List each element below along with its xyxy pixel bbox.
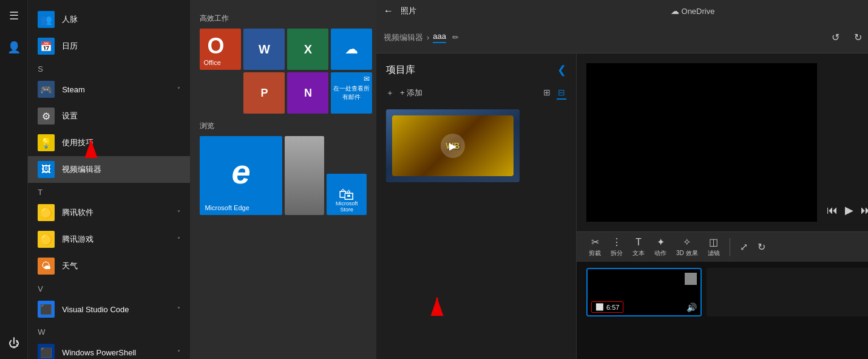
user-avatar[interactable]: 👤	[3, 36, 25, 58]
app-item-steam[interactable]: 🎮 Steam ˅	[28, 76, 190, 103]
grid-view-button[interactable]: ⊞	[542, 86, 552, 100]
tile-excel[interactable]: X	[287, 29, 328, 70]
tile-powerpoint[interactable]: P	[243, 72, 285, 114]
tile-office-label: Office	[203, 59, 221, 66]
tile-store[interactable]: 🛍 Microsoft Store	[327, 174, 367, 215]
app-icon-tianqi: 🌤	[38, 258, 55, 275]
library-title: 项目库	[386, 64, 415, 77]
tiles-section-browse: 浏览	[200, 121, 367, 131]
expand-arrow-steam: ˅	[177, 86, 180, 93]
skip-forward-button[interactable]: ⏭	[861, 204, 868, 217]
library-close-button[interactable]: ❮	[557, 63, 566, 77]
power-icon[interactable]: ⏻	[3, 332, 25, 354]
3d-effect-button[interactable]: ✧ 3D 效果	[676, 236, 698, 258]
tile-edge-label: Microsoft Edge	[205, 204, 249, 211]
tile-office-main[interactable]: O Office	[200, 29, 241, 70]
app-item-tengxun-game[interactable]: 🟡 腾讯游戏 ˅	[28, 226, 190, 253]
redo-button[interactable]: ↻	[849, 29, 867, 46]
hamburger-icon[interactable]: ☰	[3, 5, 25, 27]
undo-icon: ↺	[832, 32, 839, 43]
section-s: S	[28, 60, 190, 76]
app-item-powershell[interactable]: ⬛ Windows PowerShell ˅	[28, 339, 190, 359]
app-label-tianqi: 天气	[62, 261, 180, 272]
app-icon-vscode: ⬛	[38, 301, 55, 318]
trim-button[interactable]: ✂ 剪裁	[589, 236, 601, 258]
trim-icon: ✂	[591, 236, 599, 248]
motion-icon: ✦	[657, 236, 665, 248]
photos-app: ← 照片 ☁ OneDrive — ❐ ✕ 视频编辑器 › aaa ✏ ↺ ↻ …	[376, 0, 868, 359]
split-button[interactable]: ⋮ 拆分	[611, 236, 623, 258]
app-item-video-editor[interactable]: 🖼 视频编辑器	[28, 156, 190, 183]
app-item-renmai[interactable]: 👥 人脉	[28, 6, 190, 33]
library-video-thumbnail[interactable]: WB ▶	[386, 109, 520, 182]
text-button[interactable]: T 文本	[632, 237, 645, 258]
motion-button[interactable]: ✦ 动作	[654, 236, 666, 258]
resize-button[interactable]: ⤢	[740, 241, 748, 253]
edit-pencil-icon[interactable]: ✏	[452, 33, 459, 42]
app-label-tengxun-game: 腾讯游戏	[62, 234, 177, 245]
expand-arrow-powershell: ˅	[177, 349, 180, 356]
timeline-main-clip[interactable]: ⬜ 6:57 🔊	[586, 268, 702, 316]
app-label-shezhi: 设置	[62, 111, 180, 121]
breadcrumb-parent[interactable]: 视频编辑器	[384, 32, 423, 43]
undo-button[interactable]: ↺	[827, 29, 844, 46]
editor-toolbar: 视频编辑器 › aaa ✏ ↺ ↻ ♪ 背景音乐 🎵 自定义音频 ↑ 完成视频 …	[376, 22, 868, 53]
app-title: 照片	[401, 5, 416, 16]
3d-label: 3D 效果	[676, 249, 698, 258]
resize-icon: ⤢	[740, 241, 748, 253]
add-icon: ＋	[386, 87, 394, 98]
filter-label: 滤镜	[708, 249, 720, 258]
tile-blueprint-img[interactable]	[285, 136, 325, 215]
3d-icon: ✧	[683, 236, 691, 248]
tile-onenote[interactable]: N	[287, 72, 328, 114]
add-media-button[interactable]: ＋ + 添加	[386, 87, 422, 98]
filter-button[interactable]: ◫ 滤镜	[708, 236, 720, 258]
project-library: 项目库 ❮ ＋ + 添加 ⊞ ⊟ WB	[376, 53, 577, 359]
back-button[interactable]: ←	[384, 5, 393, 16]
breadcrumb-current: aaa	[433, 32, 446, 43]
rotate-button[interactable]: ↻	[758, 241, 765, 253]
section-w: W	[28, 323, 190, 339]
photos-titlebar: ← 照片 ☁ OneDrive — ❐ ✕	[376, 0, 868, 22]
text-label: 文本	[632, 249, 645, 258]
app-item-rili[interactable]: 📅 日历	[28, 33, 190, 60]
app-icon-renmai: 👥	[38, 11, 55, 28]
skip-back-button[interactable]: ⏮	[827, 204, 838, 217]
redo-icon: ↻	[854, 32, 862, 43]
clip-duration-icon: ⬜	[595, 303, 604, 311]
start-menu: ☰ 👤 ⏻ 👥 人脉 📅 日历 S 🎮 Steam ˅ ⚙ 设置 💡 使用技巧	[0, 0, 376, 359]
section-v: V	[28, 279, 190, 296]
expand-arrow-tengxun-soft: ˅	[177, 210, 180, 216]
app-icon-tengxun-soft: 🟡	[38, 204, 55, 221]
app-item-vscode[interactable]: ⬛ Visual Studio Code ˅	[28, 296, 190, 323]
play-button-thumb[interactable]: ▶	[441, 134, 465, 158]
app-label-rili: 日历	[62, 41, 180, 52]
breadcrumb-separator: ›	[427, 33, 429, 42]
section-t: T	[28, 183, 190, 199]
app-item-tengxun-soft[interactable]: 🟡 腾讯软件 ˅	[28, 199, 190, 226]
play-overlay: ▶	[386, 109, 520, 182]
text-icon: T	[636, 237, 642, 248]
app-icon-powershell: ⬛	[38, 344, 55, 359]
app-label-renmai: 人脉	[62, 14, 180, 25]
app-item-tianqi[interactable]: 🌤 天气	[28, 253, 190, 279]
app-label-video-editor: 视频编辑器	[62, 164, 180, 175]
tile-mail[interactable]: 在一处查看所有邮件 ✉	[331, 72, 372, 114]
onedrive-area: ☁ OneDrive	[671, 6, 715, 16]
app-item-tips[interactable]: 💡 使用技巧	[28, 129, 190, 156]
tile-word[interactable]: W	[243, 29, 285, 70]
tile-onedrive[interactable]: ☁	[331, 29, 372, 70]
clip-duration-text: 6:57	[606, 304, 619, 311]
app-item-shezhi[interactable]: ⚙ 设置	[28, 103, 190, 129]
app-list: 👥 人脉 📅 日历 S 🎮 Steam ˅ ⚙ 设置 💡 使用技巧 🖼 视频编辑…	[28, 0, 190, 359]
preview-top: ⏮ ▶ ⏭ 0:00.00 6:57.46 ⛶	[577, 53, 868, 231]
tiles-panel: 高效工作 O Office W X	[190, 0, 376, 359]
play-button[interactable]: ▶	[845, 203, 853, 217]
list-view-button[interactable]: ⊟	[557, 86, 566, 100]
playback-controls: ⏮ ▶ ⏭ 0:00.00 6:57.46 ⛶	[827, 203, 868, 217]
split-label: 拆分	[611, 249, 623, 258]
clip-thumbnail: ⬜ 6:57 🔊	[588, 269, 700, 315]
tile-edge[interactable]: e Microsoft Edge	[200, 136, 282, 215]
rotate-icon: ↻	[758, 241, 765, 253]
tiles-section-gaoxiao: 高效工作	[200, 13, 367, 24]
